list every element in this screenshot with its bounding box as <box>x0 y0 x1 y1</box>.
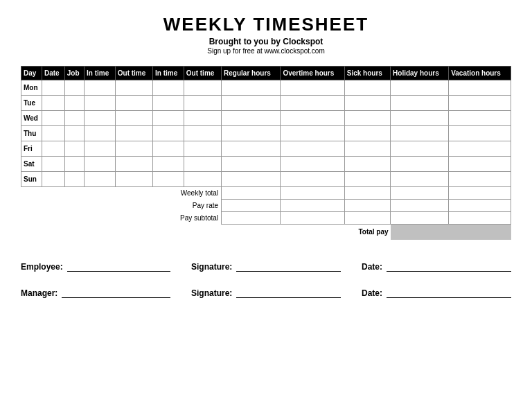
data-cell-row6-col6[interactable] <box>184 172 221 187</box>
pay-rate-holiday[interactable] <box>391 200 449 212</box>
data-cell-row0-col4[interactable] <box>115 80 152 96</box>
data-cell-row0-col9[interactable] <box>344 80 390 96</box>
data-cell-row2-col8[interactable] <box>281 111 344 126</box>
data-cell-row2-col10[interactable] <box>391 111 449 126</box>
data-cell-row6-col4[interactable] <box>115 172 152 187</box>
data-cell-row4-col1[interactable] <box>42 141 65 157</box>
pay-subtotal-overtime[interactable] <box>281 212 344 225</box>
pay-subtotal-regular[interactable] <box>222 212 281 225</box>
data-cell-row4-col6[interactable] <box>184 141 221 157</box>
data-cell-row0-col10[interactable] <box>391 80 449 96</box>
pay-rate-overtime[interactable] <box>281 200 344 212</box>
pay-rate-vacation[interactable] <box>449 200 511 212</box>
employee-line[interactable] <box>67 259 170 272</box>
data-cell-row3-col3[interactable] <box>85 126 116 141</box>
data-cell-row3-col6[interactable] <box>184 126 221 141</box>
data-cell-row3-col9[interactable] <box>344 126 390 141</box>
weekly-total-sick[interactable] <box>344 187 390 200</box>
data-cell-row1-col3[interactable] <box>85 96 116 111</box>
data-cell-row4-col4[interactable] <box>115 141 152 157</box>
data-cell-row1-col4[interactable] <box>115 96 152 111</box>
data-cell-row6-col10[interactable] <box>391 172 449 187</box>
data-cell-row4-col5[interactable] <box>153 141 184 157</box>
data-cell-row1-col11[interactable] <box>449 96 511 111</box>
manager-date-line[interactable] <box>387 286 511 298</box>
data-cell-row1-col10[interactable] <box>391 96 449 111</box>
employee-date-line[interactable] <box>387 259 511 272</box>
data-cell-row5-col9[interactable] <box>344 157 390 172</box>
data-cell-row2-col1[interactable] <box>42 111 65 126</box>
data-cell-row4-col7[interactable] <box>222 141 281 157</box>
data-cell-row0-col1[interactable] <box>42 80 65 96</box>
data-cell-row3-col11[interactable] <box>449 126 511 141</box>
data-cell-row0-col8[interactable] <box>281 80 344 96</box>
data-cell-row3-col8[interactable] <box>281 126 344 141</box>
pay-subtotal-holiday[interactable] <box>391 212 449 225</box>
weekly-total-overtime[interactable] <box>281 187 344 200</box>
weekly-total-holiday[interactable] <box>391 187 449 200</box>
data-cell-row0-col6[interactable] <box>184 80 221 96</box>
weekly-total-regular[interactable] <box>222 187 281 200</box>
data-cell-row1-col9[interactable] <box>344 96 390 111</box>
data-cell-row4-col8[interactable] <box>281 141 344 157</box>
data-cell-row6-col11[interactable] <box>449 172 511 187</box>
data-cell-row6-col5[interactable] <box>153 172 184 187</box>
data-cell-row6-col3[interactable] <box>85 172 116 187</box>
data-cell-row1-col5[interactable] <box>153 96 184 111</box>
total-pay-value-2[interactable] <box>449 225 511 240</box>
data-cell-row5-col8[interactable] <box>281 157 344 172</box>
total-pay-value[interactable] <box>391 225 449 240</box>
data-cell-row5-col7[interactable] <box>222 157 281 172</box>
data-cell-row2-col3[interactable] <box>85 111 116 126</box>
data-cell-row4-col3[interactable] <box>85 141 116 157</box>
data-cell-row3-col4[interactable] <box>115 126 152 141</box>
weekly-total-vacation[interactable] <box>449 187 511 200</box>
data-cell-row6-col8[interactable] <box>281 172 344 187</box>
data-cell-row5-col5[interactable] <box>153 157 184 172</box>
data-cell-row5-col4[interactable] <box>115 157 152 172</box>
data-cell-row6-col7[interactable] <box>222 172 281 187</box>
data-cell-row0-col2[interactable] <box>64 80 84 96</box>
manager-sig-line[interactable] <box>236 286 341 298</box>
data-cell-row3-col1[interactable] <box>42 126 65 141</box>
data-cell-row1-col8[interactable] <box>281 96 344 111</box>
data-cell-row2-col11[interactable] <box>449 111 511 126</box>
data-cell-row3-col7[interactable] <box>222 126 281 141</box>
data-cell-row5-col1[interactable] <box>42 157 65 172</box>
data-cell-row4-col2[interactable] <box>64 141 84 157</box>
data-cell-row3-col2[interactable] <box>64 126 84 141</box>
data-cell-row6-col1[interactable] <box>42 172 65 187</box>
manager-line[interactable] <box>62 286 170 298</box>
data-cell-row0-col11[interactable] <box>449 80 511 96</box>
data-cell-row3-col10[interactable] <box>391 126 449 141</box>
data-cell-row1-col6[interactable] <box>184 96 221 111</box>
pay-subtotal-vacation[interactable] <box>449 212 511 225</box>
pay-rate-sick[interactable] <box>344 200 390 212</box>
data-cell-row2-col9[interactable] <box>344 111 390 126</box>
data-cell-row1-col2[interactable] <box>64 96 84 111</box>
pay-subtotal-sick[interactable] <box>344 212 390 225</box>
data-cell-row2-col5[interactable] <box>153 111 184 126</box>
data-cell-row5-col2[interactable] <box>64 157 84 172</box>
data-cell-row3-col5[interactable] <box>153 126 184 141</box>
data-cell-row5-col10[interactable] <box>391 157 449 172</box>
data-cell-row1-col7[interactable] <box>222 96 281 111</box>
data-cell-row6-col9[interactable] <box>344 172 390 187</box>
data-cell-row4-col9[interactable] <box>344 141 390 157</box>
data-cell-row5-col6[interactable] <box>184 157 221 172</box>
data-cell-row2-col7[interactable] <box>222 111 281 126</box>
data-cell-row1-col1[interactable] <box>42 96 65 111</box>
data-cell-row0-col5[interactable] <box>153 80 184 96</box>
employee-sig-line[interactable] <box>236 259 341 272</box>
data-cell-row2-col4[interactable] <box>115 111 152 126</box>
data-cell-row6-col2[interactable] <box>64 172 84 187</box>
data-cell-row4-col10[interactable] <box>391 141 449 157</box>
data-cell-row2-col6[interactable] <box>184 111 221 126</box>
data-cell-row2-col2[interactable] <box>64 111 84 126</box>
data-cell-row0-col7[interactable] <box>222 80 281 96</box>
data-cell-row0-col3[interactable] <box>85 80 116 96</box>
data-cell-row4-col11[interactable] <box>449 141 511 157</box>
pay-rate-regular[interactable] <box>222 200 281 212</box>
data-cell-row5-col11[interactable] <box>449 157 511 172</box>
data-cell-row5-col3[interactable] <box>85 157 116 172</box>
